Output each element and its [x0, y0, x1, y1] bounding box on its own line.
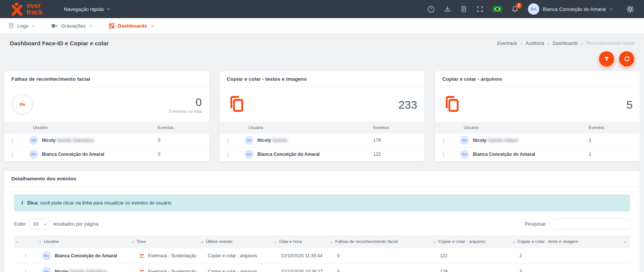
card-total: 233: [398, 98, 417, 111]
search-input[interactable]: [550, 218, 630, 230]
sort-icon[interactable]: ▴▾: [15, 240, 18, 244]
module-nav: Logs Gravações Dashboards: [0, 18, 644, 34]
avatar: NS: [29, 136, 38, 145]
avatar: BA: [528, 3, 539, 15]
events-count: 0: [158, 138, 209, 143]
percent-ring: 0%: [11, 94, 33, 115]
search-label: Pesquisar: [525, 221, 546, 227]
events-count: 179: [373, 138, 425, 143]
filter-button[interactable]: [599, 51, 614, 66]
column-events: Eventos: [158, 125, 209, 130]
column-user: Usuário: [435, 125, 589, 130]
kebab-menu-icon[interactable]: ⋮: [220, 138, 236, 143]
topbar: evertrack Navegação rápida ? 2 BA Bianca…: [0, 0, 644, 18]
breadcrumb: Evertrack › Auditoria › Dashboards › Rec…: [497, 41, 634, 46]
breadcrumb-separator: ›: [520, 41, 522, 46]
gear-icon[interactable]: [626, 5, 634, 13]
refresh-button[interactable]: [619, 51, 634, 66]
mini-table-header: Usuário Eventos: [220, 122, 424, 133]
avatar: BA: [245, 150, 254, 159]
user-menu[interactable]: BA Bianca Conceição do Amaral: [528, 3, 611, 15]
chevron-down-icon: [32, 23, 35, 26]
notifications-bell-icon[interactable]: 2: [511, 6, 519, 13]
kebab-menu-icon[interactable]: ⋮: [220, 152, 236, 157]
column-ultimo-evento[interactable]: ▴▾Último evento: [200, 235, 273, 248]
nav-item-label: Dashboards: [118, 23, 147, 29]
nav-item-label: Logs: [17, 23, 28, 29]
help-icon[interactable]: ?: [427, 6, 435, 13]
card-total: 0: [169, 96, 202, 108]
team-icon: [139, 253, 145, 258]
datetime: 22/10/2025 11:35:44: [273, 248, 329, 264]
datetime: 22/10/2025 10:26:27: [273, 264, 329, 272]
copy-icon: [227, 95, 246, 114]
download-icon[interactable]: [444, 6, 451, 12]
quick-nav-menu[interactable]: Navegação rápida: [64, 6, 109, 12]
table-row[interactable]: ⋮ NS Nicoly Galvão Sabadess 0: [4, 133, 209, 147]
page-size-prefix: Exibir: [14, 221, 26, 227]
column-usuario[interactable]: ▴▾Usuário: [37, 235, 130, 248]
fullscreen-icon[interactable]: [477, 6, 483, 12]
breadcrumb-item[interactable]: Evertrack: [497, 41, 517, 46]
column-falhas-reconhecimento[interactable]: ▴▾Falhas de reconhecimento facial: [329, 235, 432, 248]
table-row[interactable]: ⋮ NS Nicoly Galvão 179: [220, 133, 424, 147]
chevron-down-icon: [151, 23, 154, 26]
last-event: Copiar e colar - arquivos: [200, 248, 273, 264]
table-row[interactable]: ⋮ BA Bianca Conceição do Amaral 2: [435, 147, 640, 161]
chevron-down-icon: [89, 23, 92, 26]
card-subtitle: 0 eventos no total: [169, 109, 202, 114]
quick-nav-label: Navegação rápida: [64, 6, 104, 12]
nav-item-logs[interactable]: Logs: [8, 23, 34, 29]
user-name: Bianca Conceição do Amaral: [55, 253, 117, 258]
kebab-menu-icon[interactable]: ⋮: [23, 253, 28, 258]
nav-item-gravacoes[interactable]: Gravações: [51, 23, 91, 29]
kebab-menu-icon[interactable]: ⋮: [435, 138, 452, 143]
column-events: Eventos: [589, 125, 640, 130]
evertrack-logo[interactable]: evertrack: [10, 2, 43, 16]
breadcrumb-item[interactable]: Auditoria: [525, 41, 544, 46]
table-row[interactable]: ⋮ BA Bianca Conceição do Amaral 0: [4, 147, 209, 161]
copy-files-count: 122: [432, 248, 511, 264]
breadcrumb-item[interactable]: Dashboards: [553, 41, 578, 46]
evertrack-figure-icon: [10, 2, 24, 16]
sort-icon: ▴▾: [433, 240, 435, 244]
user-name: Nicoly Galvão Sabadess: [55, 269, 107, 272]
table-row[interactable]: ⋮ NS Nicoly Galvão Sabad 3: [435, 133, 640, 147]
column-time[interactable]: ▴▾Time: [130, 235, 199, 248]
kebab-menu-icon[interactable]: ⋮: [4, 152, 21, 157]
card-title: Copiar e colar - arquivos: [435, 71, 640, 87]
sort-icon: ▴▾: [201, 240, 203, 244]
table-row[interactable]: ⋮ BA Bianca Conceição do Amaral 122: [220, 147, 424, 161]
info-icon: i: [22, 200, 23, 206]
avatar: BA: [460, 150, 469, 159]
table-row[interactable]: ⋮ NS Nicoly Galvão Sabadess Evertrack - …: [14, 264, 630, 272]
logo-text: evertrack: [26, 3, 43, 15]
user-name: Bianca Conceição do Amaral: [257, 152, 320, 157]
document-icon[interactable]: [460, 6, 467, 12]
brazil-flag-icon[interactable]: [493, 6, 502, 12]
kebab-menu-icon[interactable]: ⋮: [4, 138, 21, 143]
avatar: NS: [42, 267, 51, 272]
column-data-e-hora[interactable]: ▴▾Data e hora: [273, 235, 329, 248]
kebab-menu-icon[interactable]: ⋮: [435, 152, 452, 157]
sort-icon[interactable]: ▴▾: [624, 240, 626, 244]
user-name: Nicoly Galvão Sabad: [473, 138, 518, 143]
card-faceid-failures: Falhas de reconhecimento facial 0% 0 0 e…: [4, 71, 209, 161]
tip-banner: i Dica: você pode clicar na linha para v…: [14, 194, 630, 212]
faceid-failures-count: 0: [329, 248, 432, 264]
column-copiar-arquivos[interactable]: ▴▾Copiar e colar - arquivos: [432, 235, 511, 248]
table-row[interactable]: ⋮ BA Bianca Conceição do Amaral Evertrac…: [14, 248, 630, 264]
card-copy-text-images: Copiar e colar - textos e imagens 233 Us…: [219, 71, 425, 161]
page-size-select[interactable]: 10: [29, 218, 50, 230]
sort-icon: ▴▾: [512, 240, 515, 244]
kebab-menu-icon[interactable]: ⋮: [23, 269, 28, 272]
chevron-down-icon: [43, 222, 46, 225]
percent-value: 0%: [19, 102, 25, 107]
column-copiar-texto-imagem[interactable]: ▴▾Copiar e colar - texto e imagem: [511, 235, 599, 248]
nav-item-dashboards[interactable]: Dashboards: [109, 23, 153, 29]
team-name: Evertrack - Sustentação: [148, 269, 196, 272]
mini-table-header: Usuário Eventos: [435, 122, 640, 133]
user-name: Nicoly Galvão Sabadess: [42, 138, 94, 143]
card-copy-files: Copiar e colar - arquivos 5 Usuário Even…: [435, 71, 640, 161]
svg-text:?: ?: [430, 7, 432, 11]
